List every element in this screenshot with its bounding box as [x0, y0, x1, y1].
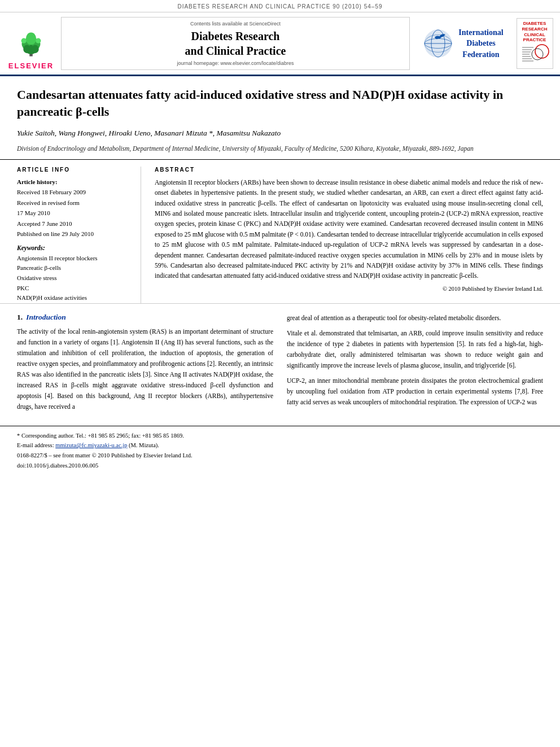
svg-point-5	[23, 45, 30, 54]
intro-para-right-3-text: UCP-2, an inner mitochondrial membrane p…	[287, 377, 543, 405]
journal-title-line1: Diabetes Research	[191, 30, 280, 42]
journal-citation: DIABETES RESEARCH AND CLINICAL PRACTICE …	[177, 3, 382, 10]
article-title: Candesartan attenuates fatty acid-induce…	[17, 86, 543, 120]
intro-para-left: The activity of the local renin-angioten…	[17, 326, 273, 412]
svg-point-15	[532, 49, 543, 60]
email-name: (M. Mizuta).	[129, 442, 159, 448]
elsevier-logo: ELSEVIER	[6, 17, 56, 70]
svg-point-14	[535, 45, 549, 58]
journal-header: ELSEVIER Contents lists available at Sci…	[0, 12, 560, 76]
idf-label: International Diabetes Federation	[458, 27, 503, 60]
article-info-abstract: ARTICLE INFO Article history: Received 1…	[0, 160, 560, 304]
received-revised-label: Received in revised form	[17, 198, 132, 208]
email-address: mmizuta@fc.miyazaki-u.ac.jp	[55, 442, 127, 448]
journal-logo-decoration	[519, 43, 550, 65]
keywords-section: Keywords: Angiotensin II receptor blocke…	[17, 244, 132, 303]
intro-para-left-text: The activity of the local renin-angioten…	[17, 328, 273, 410]
abstract-column: ABSTRACT Angiotensin II receptor blocker…	[155, 167, 543, 303]
authors-text: Yukie Saitoh, Wang Hongwei, Hiroaki Ueno…	[17, 129, 281, 137]
journal-logo-title: DIABETESRESEARCHCLINICAL PRACTICE	[519, 21, 550, 42]
idf-block: International Diabetes Federation	[414, 17, 510, 70]
abstract-text: Angiotensin II receptor blockers (ARBs) …	[155, 177, 543, 294]
article-info-label: ARTICLE INFO	[17, 167, 132, 173]
journal-title-line2: and Clinical Practice	[185, 45, 286, 57]
intro-para-right-3: UCP-2, an inner mitochondrial membrane p…	[287, 375, 543, 408]
keyword-4: PKC	[17, 283, 132, 294]
article-title-area: Candesartan attenuates fatty acid-induce…	[0, 76, 560, 160]
affiliation: Division of Endocrinology and Metabolism…	[17, 144, 543, 154]
intro-para-right-2-text: Vitale et al. demonstrated that telmisar…	[287, 330, 543, 369]
journal-topbar: DIABETES RESEARCH AND CLINICAL PRACTICE …	[0, 0, 560, 12]
published-date: Published on line 29 July 2010	[17, 229, 132, 239]
corresponding-author: * Corresponding author. Tel.: +81 985 85…	[17, 431, 543, 441]
section1-number: 1.	[17, 313, 23, 322]
history-label: Article history:	[17, 177, 132, 187]
body-content: 1. Introduction The activity of the loca…	[0, 304, 560, 426]
keyword-3: Oxidative stress	[17, 273, 132, 283]
authors: Yukie Saitoh, Wang Hongwei, Hiroaki Ueno…	[17, 128, 543, 139]
accepted-date: Accepted 7 June 2010	[17, 219, 132, 229]
section1-heading: 1. Introduction	[17, 313, 273, 322]
keyword-1: Angiotensin II receptor blockers	[17, 254, 132, 264]
keywords-label: Keywords:	[17, 244, 132, 251]
journal-logo-box: DIABETESRESEARCHCLINICAL PRACTICE	[517, 18, 553, 68]
tel-text: Tel.: +81 985 85 2965; fax: +81 985 85 1…	[76, 433, 184, 439]
idf-title: International Diabetes Federation	[458, 28, 503, 59]
footnotes-area: * Corresponding author. Tel.: +81 985 85…	[0, 426, 560, 473]
abstract-body: Angiotensin II receptor blockers (ARBs) …	[155, 179, 543, 279]
email-line: E-mail address: mmizuta@fc.miyazaki-u.ac…	[17, 440, 543, 451]
copyright-notice: © 2010 Published by Elsevier Ireland Ltd…	[155, 285, 543, 294]
elsevier-tree-icon	[14, 29, 48, 60]
email-label: E-mail address:	[17, 442, 54, 448]
intro-para-right-1-text: great deal of attention as a therapeutic…	[287, 314, 501, 321]
keyword-5: NAD(P)H oxidase activities	[17, 293, 132, 303]
issn-line: 0168-8227/$ – see front matter © 2010 Pu…	[17, 451, 543, 461]
sciencedirect-text: Contents lists available at ScienceDirec…	[190, 21, 281, 27]
abstract-label: ABSTRACT	[155, 167, 543, 173]
body-right-column: great deal of attention as a therapeutic…	[287, 313, 543, 417]
received-revised-date: 17 May 2010	[17, 208, 132, 218]
svg-point-6	[32, 45, 39, 54]
journal-homepage: journal homepage: www.elsevier.com/locat…	[177, 60, 294, 66]
article-info-column: ARTICLE INFO Article history: Received 1…	[17, 167, 141, 303]
journal-center-block: Contents lists available at ScienceDirec…	[61, 17, 410, 70]
svg-point-7	[21, 38, 27, 43]
doi-line: doi:10.1016/j.diabres.2010.06.005	[17, 461, 543, 471]
idf-globe-icon	[421, 27, 455, 60]
svg-point-8	[36, 38, 41, 43]
elsevier-label: ELSEVIER	[8, 62, 54, 70]
corresponding-label: * Corresponding author.	[17, 433, 75, 439]
section1-title: Introduction	[26, 313, 66, 322]
received-date: Received 18 February 2009	[17, 187, 132, 197]
journal-title: Diabetes Research and Clinical Practice	[185, 29, 286, 58]
intro-para-right-2: Vitale et al. demonstrated that telmisar…	[287, 328, 543, 371]
intro-para-right-1: great deal of attention as a therapeutic…	[287, 313, 543, 324]
body-left-column: 1. Introduction The activity of the loca…	[17, 313, 273, 417]
svg-point-4	[26, 33, 36, 45]
journal-right-logo: DIABETESRESEARCHCLINICAL PRACTICE	[515, 17, 554, 70]
keyword-2: Pancreatic β-cells	[17, 263, 132, 273]
